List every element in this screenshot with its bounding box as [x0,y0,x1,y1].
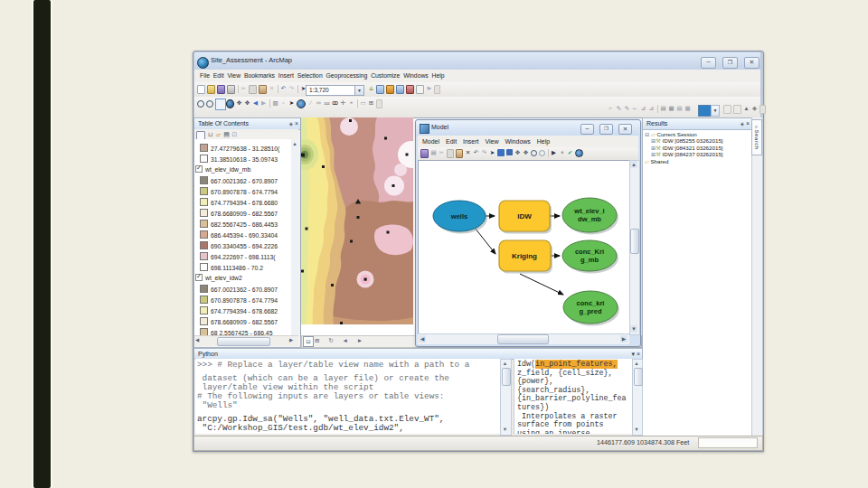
svg-text:conc_Kri: conc_Kri [575,248,604,256]
svg-text:Kriging: Kriging [512,252,537,260]
svg-text:g_pred: g_pred [579,307,601,315]
svg-text:dw_mb: dw_mb [578,215,601,223]
svg-text:IDW: IDW [517,212,532,221]
svg-text:wells: wells [450,212,467,221]
svg-text:wt_elev_i: wt_elev_i [573,207,604,215]
svg-text:conc_kri: conc_kri [577,299,605,307]
svg-text:g_mb: g_mb [580,256,599,264]
